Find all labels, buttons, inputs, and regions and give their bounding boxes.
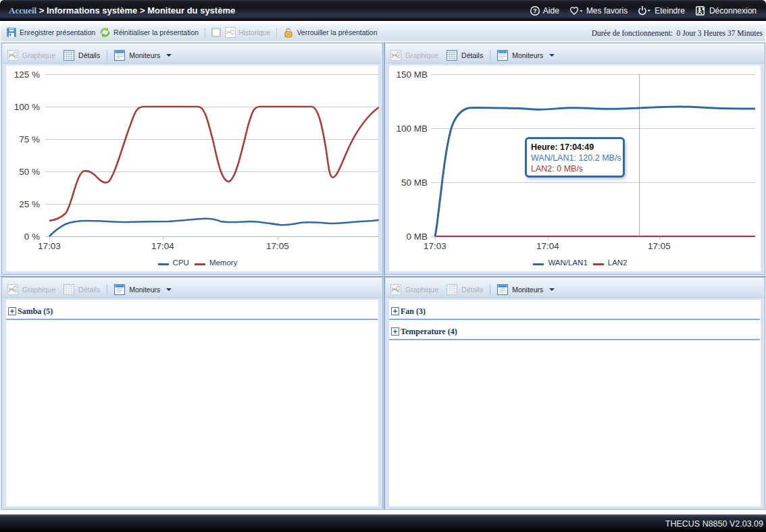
svg-text:17:03: 17:03	[424, 241, 446, 251]
svg-text:50 %: 50 %	[19, 167, 40, 177]
svg-text:150 MB: 150 MB	[396, 70, 428, 80]
svg-text:50 MB: 50 MB	[401, 178, 428, 188]
svg-text:25 %: 25 %	[19, 199, 40, 209]
svg-text:100 %: 100 %	[14, 102, 40, 112]
svg-text:17:05: 17:05	[266, 241, 289, 251]
svg-text:0 MB: 0 MB	[406, 232, 428, 242]
svg-text:100 MB: 100 MB	[396, 124, 428, 134]
svg-text:0 %: 0 %	[24, 232, 40, 242]
svg-text:75 %: 75 %	[19, 134, 40, 144]
svg-text:125 %: 125 %	[14, 70, 40, 80]
svg-text:17:03: 17:03	[38, 241, 61, 251]
svg-text:17:04: 17:04	[151, 241, 174, 251]
svg-text:17:05: 17:05	[648, 241, 671, 251]
svg-text:17:04: 17:04	[536, 241, 559, 251]
svg-text:?: ?	[533, 7, 537, 14]
